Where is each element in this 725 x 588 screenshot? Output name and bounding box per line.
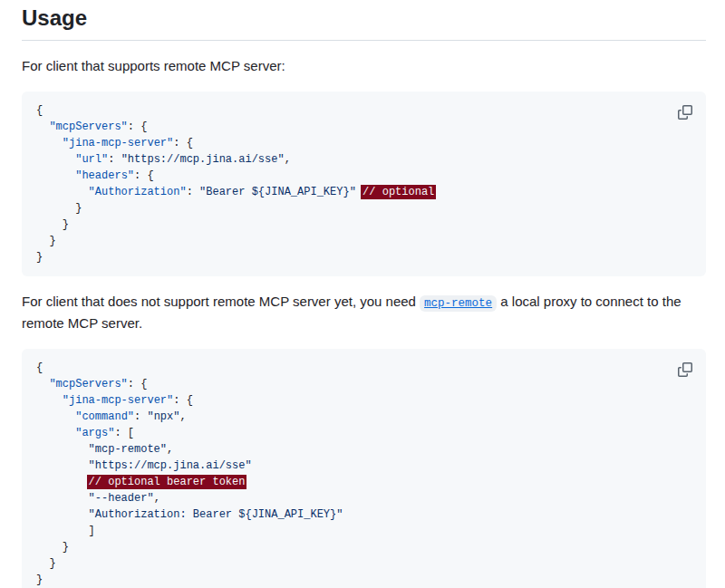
code-line: "mcp-remote", [36,441,691,458]
code-line: // optional bearer token [36,474,691,490]
code-line: "url": "https://mcp.jina.ai/sse", [36,151,691,168]
code-block-remote-config: { "mcpServers": { "jina-mcp-server": { "… [22,92,706,276]
code-line: ] [36,523,691,539]
code-line: { [36,102,691,119]
code-line: "Authorization": "Bearer ${JINA_API_KEY}… [36,184,691,200]
copy-icon [678,105,692,120]
code-line: } [36,555,691,572]
code-line: } [36,249,691,265]
code-line: "mcpServers": { [36,376,691,392]
code-line: { [36,360,691,376]
copy-icon [678,362,692,377]
copy-button[interactable] [672,100,698,125]
copy-button[interactable] [672,357,698,382]
code-line: "headers": { [36,168,691,184]
code-line: "jina-mcp-server": { [36,392,691,409]
proxy-note-before: For client that does not support remote … [22,294,420,309]
code-line: "--header", [36,490,691,506]
code-content: { "mcpServers": { "jina-mcp-server": { "… [36,360,691,588]
code-block-proxy-config: { "mcpServers": { "jina-mcp-server": { "… [22,349,706,588]
intro-paragraph: For client that supports remote MCP serv… [22,55,706,77]
code-line: "command": "npx", [36,409,691,425]
mcp-remote-link[interactable]: mcp-remote [420,295,497,312]
code-line: "args": [ [36,425,691,441]
code-line: } [36,217,691,233]
readme-content: Usage For client that supports remote MC… [0,0,725,588]
code-line: "Authorization: Bearer ${JINA_API_KEY}" [36,506,691,523]
code-line: } [36,200,691,217]
proxy-note-paragraph: For client that does not support remote … [22,291,706,334]
code-line: } [36,539,691,555]
usage-heading: Usage [22,0,706,41]
code-line: "jina-mcp-server": { [36,135,691,151]
code-line: } [36,572,691,588]
code-line: "https://mcp.jina.ai/sse" [36,458,691,474]
code-content: { "mcpServers": { "jina-mcp-server": { "… [36,102,691,265]
code-line: "mcpServers": { [36,119,691,135]
code-line: } [36,233,691,249]
